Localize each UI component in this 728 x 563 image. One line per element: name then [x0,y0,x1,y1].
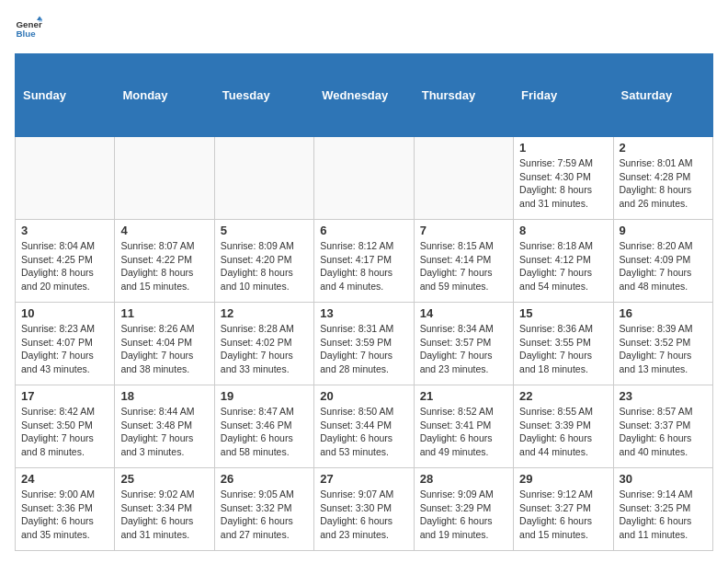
svg-text:General: General [17,19,43,29]
day-info: Sunrise: 8:18 AM Sunset: 4:12 PM Dayligh… [519,239,607,293]
weekday-header-saturday: Saturday [613,54,712,137]
day-info: Sunrise: 9:12 AM Sunset: 3:27 PM Dayligh… [519,488,607,542]
calendar-week-2: 3Sunrise: 8:04 AM Sunset: 4:25 PM Daylig… [16,220,713,303]
day-number: 15 [519,306,607,320]
day-number: 17 [21,389,108,403]
calendar-cell: 14Sunrise: 8:34 AM Sunset: 3:57 PM Dayli… [414,303,513,385]
day-info: Sunrise: 9:09 AM Sunset: 3:29 PM Dayligh… [420,488,507,542]
calendar-cell [214,137,313,220]
calendar-cell: 16Sunrise: 8:39 AM Sunset: 3:52 PM Dayli… [613,303,712,385]
weekday-header-tuesday: Tuesday [214,54,313,137]
day-info: Sunrise: 8:52 AM Sunset: 3:41 PM Dayligh… [420,405,507,459]
day-info: Sunrise: 8:44 AM Sunset: 3:48 PM Dayligh… [120,405,208,459]
calendar-cell: 23Sunrise: 8:57 AM Sunset: 3:37 PM Dayli… [613,385,712,468]
day-info: Sunrise: 8:55 AM Sunset: 3:39 PM Dayligh… [519,405,607,459]
weekday-header-wednesday: Wednesday [314,54,414,137]
calendar-cell: 5Sunrise: 8:09 AM Sunset: 4:20 PM Daylig… [214,220,313,303]
calendar-cell: 10Sunrise: 8:23 AM Sunset: 4:07 PM Dayli… [16,303,115,385]
calendar-cell: 29Sunrise: 9:12 AM Sunset: 3:27 PM Dayli… [514,468,613,551]
calendar-cell: 4Sunrise: 8:07 AM Sunset: 4:22 PM Daylig… [115,220,214,303]
day-info: Sunrise: 9:00 AM Sunset: 3:36 PM Dayligh… [21,488,108,542]
calendar-cell: 1Sunrise: 7:59 AM Sunset: 4:30 PM Daylig… [514,137,613,220]
day-info: Sunrise: 8:15 AM Sunset: 4:14 PM Dayligh… [420,239,507,293]
day-number: 22 [519,389,607,403]
day-number: 8 [519,224,607,237]
day-number: 25 [120,472,208,486]
page-header: General Blue [15,15,713,42]
day-info: Sunrise: 8:04 AM Sunset: 4:25 PM Dayligh… [21,239,108,293]
calendar-cell: 15Sunrise: 8:36 AM Sunset: 3:55 PM Dayli… [514,303,613,385]
day-number: 18 [120,389,208,403]
calendar-cell: 12Sunrise: 8:28 AM Sunset: 4:02 PM Dayli… [214,303,313,385]
day-info: Sunrise: 9:05 AM Sunset: 3:32 PM Dayligh… [221,488,308,542]
day-number: 19 [221,389,308,403]
day-number: 24 [21,472,108,486]
calendar-cell: 27Sunrise: 9:07 AM Sunset: 3:30 PM Dayli… [314,468,414,551]
day-info: Sunrise: 8:20 AM Sunset: 4:09 PM Dayligh… [620,239,707,293]
calendar-cell: 6Sunrise: 8:12 AM Sunset: 4:17 PM Daylig… [314,220,414,303]
day-info: Sunrise: 8:01 AM Sunset: 4:28 PM Dayligh… [620,156,707,211]
calendar-cell [414,137,513,220]
day-info: Sunrise: 8:42 AM Sunset: 3:50 PM Dayligh… [21,405,108,459]
day-number: 6 [320,224,407,237]
weekday-header-thursday: Thursday [414,54,513,137]
day-number: 2 [620,141,707,155]
weekday-header-friday: Friday [514,54,613,137]
calendar-week-4: 17Sunrise: 8:42 AM Sunset: 3:50 PM Dayli… [16,385,713,468]
day-number: 4 [120,224,208,237]
day-number: 3 [21,224,108,237]
day-info: Sunrise: 8:23 AM Sunset: 4:07 PM Dayligh… [21,322,108,376]
day-info: Sunrise: 8:28 AM Sunset: 4:02 PM Dayligh… [221,322,308,376]
day-info: Sunrise: 9:14 AM Sunset: 3:25 PM Dayligh… [620,488,707,542]
day-info: Sunrise: 8:47 AM Sunset: 3:46 PM Dayligh… [221,405,308,459]
svg-text:Blue: Blue [17,29,37,39]
day-info: Sunrise: 8:26 AM Sunset: 4:04 PM Dayligh… [120,322,208,376]
calendar-cell: 25Sunrise: 9:02 AM Sunset: 3:34 PM Dayli… [115,468,214,551]
day-number: 28 [420,472,507,486]
day-number: 5 [221,224,308,237]
calendar-cell [314,137,414,220]
day-number: 11 [120,306,208,320]
day-number: 13 [320,306,407,320]
day-number: 14 [420,306,507,320]
day-info: Sunrise: 8:09 AM Sunset: 4:20 PM Dayligh… [221,239,308,293]
day-info: Sunrise: 7:59 AM Sunset: 4:30 PM Dayligh… [519,156,607,211]
day-info: Sunrise: 8:50 AM Sunset: 3:44 PM Dayligh… [320,405,407,459]
calendar-cell: 20Sunrise: 8:50 AM Sunset: 3:44 PM Dayli… [314,385,414,468]
day-info: Sunrise: 8:39 AM Sunset: 3:52 PM Dayligh… [620,322,707,376]
day-info: Sunrise: 8:07 AM Sunset: 4:22 PM Dayligh… [120,239,208,293]
day-number: 7 [420,224,507,237]
day-info: Sunrise: 8:31 AM Sunset: 3:59 PM Dayligh… [320,322,407,376]
calendar-table: SundayMondayTuesdayWednesdayThursdayFrid… [15,53,713,551]
weekday-header-row: SundayMondayTuesdayWednesdayThursdayFrid… [16,54,713,137]
day-number: 29 [519,472,607,486]
calendar-cell: 13Sunrise: 8:31 AM Sunset: 3:59 PM Dayli… [314,303,414,385]
calendar-week-5: 24Sunrise: 9:00 AM Sunset: 3:36 PM Dayli… [16,468,713,551]
calendar-cell: 24Sunrise: 9:00 AM Sunset: 3:36 PM Dayli… [16,468,115,551]
day-info: Sunrise: 9:02 AM Sunset: 3:34 PM Dayligh… [120,488,208,542]
day-number: 30 [620,472,707,486]
day-number: 27 [320,472,407,486]
calendar-cell: 3Sunrise: 8:04 AM Sunset: 4:25 PM Daylig… [16,220,115,303]
calendar-cell [115,137,214,220]
calendar-cell: 26Sunrise: 9:05 AM Sunset: 3:32 PM Dayli… [214,468,313,551]
day-number: 9 [620,224,707,237]
calendar-cell: 28Sunrise: 9:09 AM Sunset: 3:29 PM Dayli… [414,468,513,551]
calendar-cell: 17Sunrise: 8:42 AM Sunset: 3:50 PM Dayli… [16,385,115,468]
day-number: 26 [221,472,308,486]
calendar-cell: 9Sunrise: 8:20 AM Sunset: 4:09 PM Daylig… [613,220,712,303]
day-number: 21 [420,389,507,403]
weekday-header-monday: Monday [115,54,214,137]
day-info: Sunrise: 8:57 AM Sunset: 3:37 PM Dayligh… [620,405,707,459]
day-number: 20 [320,389,407,403]
day-number: 12 [221,306,308,320]
day-info: Sunrise: 8:34 AM Sunset: 3:57 PM Dayligh… [420,322,507,376]
logo: General Blue [15,15,42,42]
calendar-cell: 7Sunrise: 8:15 AM Sunset: 4:14 PM Daylig… [414,220,513,303]
weekday-header-sunday: Sunday [16,54,115,137]
day-info: Sunrise: 9:07 AM Sunset: 3:30 PM Dayligh… [320,488,407,542]
day-number: 1 [519,141,607,155]
calendar-cell: 2Sunrise: 8:01 AM Sunset: 4:28 PM Daylig… [613,137,712,220]
calendar-cell: 8Sunrise: 8:18 AM Sunset: 4:12 PM Daylig… [514,220,613,303]
calendar-week-1: 1Sunrise: 7:59 AM Sunset: 4:30 PM Daylig… [16,137,713,220]
